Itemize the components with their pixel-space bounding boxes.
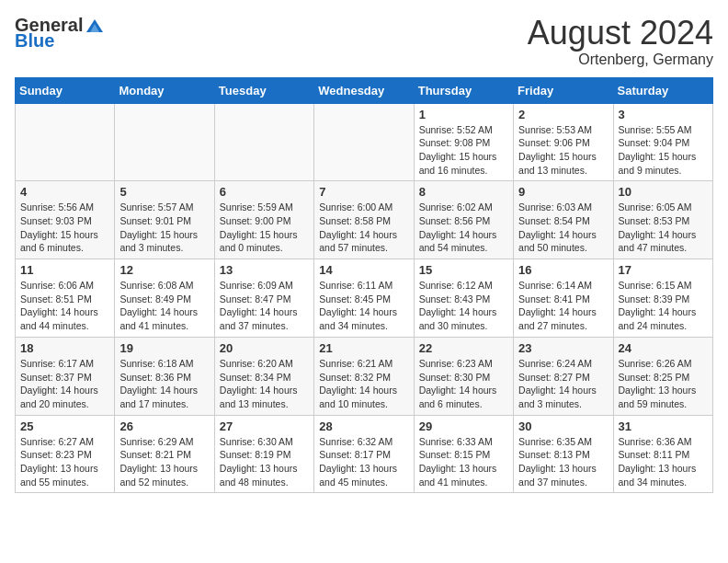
day-number-4: 4 [20,185,109,199]
logo-blue-text: Blue [15,30,54,52]
logo-icon [86,19,103,32]
cell-w5-d2: 26Sunrise: 6:29 AM Sunset: 8:21 PM Dayli… [115,415,214,493]
day-number-5: 5 [119,185,209,199]
day-info-19: Sunrise: 6:18 AM Sunset: 8:36 PM Dayligh… [119,357,209,411]
day-info-4: Sunrise: 5:56 AM Sunset: 9:03 PM Dayligh… [20,201,109,255]
cell-w5-d5: 29Sunrise: 6:33 AM Sunset: 8:15 PM Dayli… [414,415,513,493]
day-info-13: Sunrise: 6:09 AM Sunset: 8:47 PM Dayligh… [220,279,309,333]
logo: General Blue [15,15,103,52]
day-number-15: 15 [419,263,508,277]
cell-w4-d4: 21Sunrise: 6:21 AM Sunset: 8:32 PM Dayli… [314,337,414,415]
day-number-22: 22 [419,341,508,355]
day-info-1: Sunrise: 5:52 AM Sunset: 9:08 PM Dayligh… [419,123,508,178]
day-number-26: 26 [119,419,209,433]
cell-w5-d7: 31Sunrise: 6:36 AM Sunset: 8:11 PM Dayli… [613,415,712,493]
cell-w4-d5: 22Sunrise: 6:23 AM Sunset: 8:30 PM Dayli… [414,337,513,415]
cell-w2-d3: 6Sunrise: 5:59 AM Sunset: 9:00 PM Daylig… [214,181,313,259]
cell-w1-d3 [214,103,313,181]
col-header-sunday: Sunday [16,77,115,103]
cell-w3-d7: 17Sunrise: 6:15 AM Sunset: 8:39 PM Dayli… [613,259,712,338]
cell-w2-d7: 10Sunrise: 6:05 AM Sunset: 8:53 PM Dayli… [613,181,712,259]
week-row-1: 1Sunrise: 5:52 AM Sunset: 9:08 PM Daylig… [16,103,713,181]
col-header-thursday: Thursday [414,77,513,103]
col-header-friday: Friday [514,77,613,103]
week-row-3: 11Sunrise: 6:06 AM Sunset: 8:51 PM Dayli… [16,259,713,338]
day-info-10: Sunrise: 6:05 AM Sunset: 8:53 PM Dayligh… [619,201,708,255]
day-info-17: Sunrise: 6:15 AM Sunset: 8:39 PM Dayligh… [619,279,708,333]
day-info-26: Sunrise: 6:29 AM Sunset: 8:21 PM Dayligh… [119,435,209,489]
day-number-2: 2 [518,108,608,121]
day-number-11: 11 [20,263,109,277]
cell-w1-d7: 3Sunrise: 5:55 AM Sunset: 9:04 PM Daylig… [613,103,712,181]
day-number-18: 18 [20,341,109,355]
day-number-3: 3 [619,108,708,121]
day-number-17: 17 [619,263,708,277]
day-number-25: 25 [20,419,109,433]
day-number-12: 12 [119,263,209,277]
day-info-9: Sunrise: 6:03 AM Sunset: 8:54 PM Dayligh… [518,201,608,255]
day-info-27: Sunrise: 6:30 AM Sunset: 8:19 PM Dayligh… [220,435,309,489]
day-info-18: Sunrise: 6:17 AM Sunset: 8:37 PM Dayligh… [20,357,109,411]
cell-w1-d6: 2Sunrise: 5:53 AM Sunset: 9:06 PM Daylig… [514,103,613,181]
day-number-1: 1 [419,108,508,121]
cell-w3-d1: 11Sunrise: 6:06 AM Sunset: 8:51 PM Dayli… [16,259,115,338]
cell-w3-d4: 14Sunrise: 6:11 AM Sunset: 8:45 PM Dayli… [314,259,414,338]
day-info-23: Sunrise: 6:24 AM Sunset: 8:27 PM Dayligh… [518,357,608,411]
day-info-5: Sunrise: 5:57 AM Sunset: 9:01 PM Dayligh… [119,201,209,255]
day-number-24: 24 [619,341,708,355]
day-number-31: 31 [619,419,708,433]
day-info-20: Sunrise: 6:20 AM Sunset: 8:34 PM Dayligh… [220,357,309,411]
week-row-2: 4Sunrise: 5:56 AM Sunset: 9:03 PM Daylig… [16,181,713,259]
col-header-monday: Monday [115,77,214,103]
day-info-24: Sunrise: 6:26 AM Sunset: 8:25 PM Dayligh… [619,357,708,411]
cell-w4-d3: 20Sunrise: 6:20 AM Sunset: 8:34 PM Dayli… [214,337,313,415]
day-number-27: 27 [220,419,309,433]
cell-w4-d7: 24Sunrise: 6:26 AM Sunset: 8:25 PM Dayli… [613,337,712,415]
title-block: August 2024 Ortenberg, Germany [528,15,713,68]
day-number-20: 20 [220,341,309,355]
cell-w2-d6: 9Sunrise: 6:03 AM Sunset: 8:54 PM Daylig… [514,181,613,259]
cell-w5-d1: 25Sunrise: 6:27 AM Sunset: 8:23 PM Dayli… [16,415,115,493]
day-number-6: 6 [220,185,309,199]
day-info-30: Sunrise: 6:35 AM Sunset: 8:13 PM Dayligh… [518,435,608,489]
day-info-28: Sunrise: 6:32 AM Sunset: 8:17 PM Dayligh… [319,435,408,489]
week-row-5: 25Sunrise: 6:27 AM Sunset: 8:23 PM Dayli… [16,415,713,493]
day-info-2: Sunrise: 5:53 AM Sunset: 9:06 PM Dayligh… [518,123,608,178]
day-number-16: 16 [518,263,608,277]
cell-w2-d4: 7Sunrise: 6:00 AM Sunset: 8:58 PM Daylig… [314,181,414,259]
cell-w1-d2 [115,103,214,181]
day-info-29: Sunrise: 6:33 AM Sunset: 8:15 PM Dayligh… [419,435,508,489]
cell-w1-d5: 1Sunrise: 5:52 AM Sunset: 9:08 PM Daylig… [414,103,513,181]
day-info-12: Sunrise: 6:08 AM Sunset: 8:49 PM Dayligh… [119,279,209,333]
day-number-14: 14 [319,263,408,277]
cell-w4-d6: 23Sunrise: 6:24 AM Sunset: 8:27 PM Dayli… [514,337,613,415]
cell-w3-d2: 12Sunrise: 6:08 AM Sunset: 8:49 PM Dayli… [115,259,214,338]
day-number-7: 7 [319,185,408,199]
day-info-6: Sunrise: 5:59 AM Sunset: 9:00 PM Dayligh… [220,201,309,255]
day-number-23: 23 [518,341,608,355]
day-number-13: 13 [220,263,309,277]
cell-w4-d1: 18Sunrise: 6:17 AM Sunset: 8:37 PM Dayli… [16,337,115,415]
day-info-7: Sunrise: 6:00 AM Sunset: 8:58 PM Dayligh… [319,201,408,255]
day-number-9: 9 [518,185,608,199]
month-year-title: August 2024 [528,15,713,52]
day-number-19: 19 [119,341,209,355]
day-info-3: Sunrise: 5:55 AM Sunset: 9:04 PM Dayligh… [619,123,708,178]
col-header-saturday: Saturday [613,77,712,103]
cell-w5-d4: 28Sunrise: 6:32 AM Sunset: 8:17 PM Dayli… [314,415,414,493]
day-number-10: 10 [619,185,708,199]
col-header-wednesday: Wednesday [314,77,414,103]
cell-w2-d1: 4Sunrise: 5:56 AM Sunset: 9:03 PM Daylig… [16,181,115,259]
day-number-30: 30 [518,419,608,433]
day-info-22: Sunrise: 6:23 AM Sunset: 8:30 PM Dayligh… [419,357,508,411]
day-info-16: Sunrise: 6:14 AM Sunset: 8:41 PM Dayligh… [518,279,608,333]
cell-w1-d1 [16,103,115,181]
cell-w3-d5: 15Sunrise: 6:12 AM Sunset: 8:43 PM Dayli… [414,259,513,338]
day-number-8: 8 [419,185,508,199]
week-row-4: 18Sunrise: 6:17 AM Sunset: 8:37 PM Dayli… [16,337,713,415]
col-header-tuesday: Tuesday [214,77,313,103]
day-info-14: Sunrise: 6:11 AM Sunset: 8:45 PM Dayligh… [319,279,408,333]
day-info-8: Sunrise: 6:02 AM Sunset: 8:56 PM Dayligh… [419,201,508,255]
day-info-25: Sunrise: 6:27 AM Sunset: 8:23 PM Dayligh… [20,435,109,489]
location-subtitle: Ortenberg, Germany [528,52,713,68]
